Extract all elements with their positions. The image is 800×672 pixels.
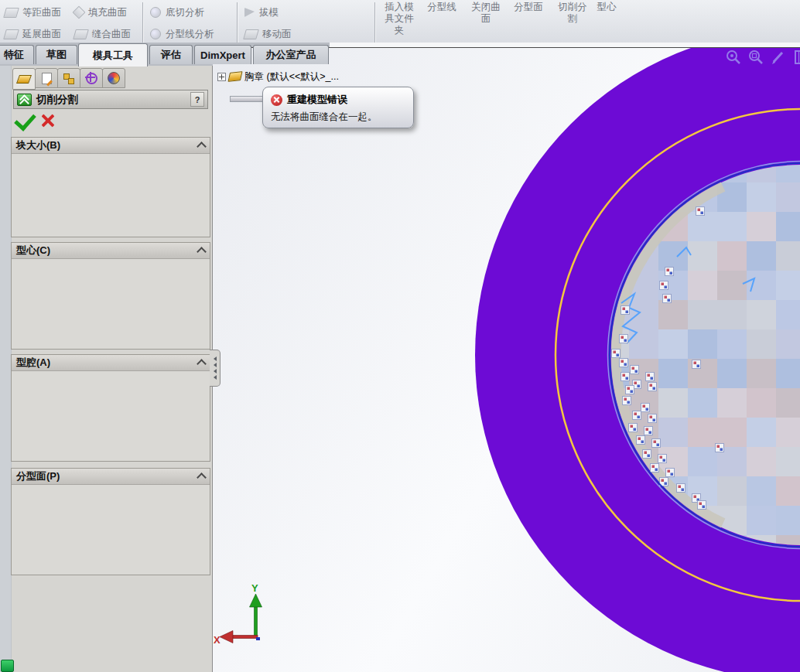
appearance-sphere-icon [108,72,120,84]
zoom-fit-icon[interactable] [726,49,741,65]
button-label: 具文件 [378,13,421,25]
error-marker[interactable] [658,455,667,463]
button-label: 移动面 [262,28,292,41]
bottom-left-green-icon[interactable] [1,660,14,672]
error-marker[interactable] [629,424,638,432]
tab-sketch[interactable]: 草图 [36,45,77,64]
button-label: 拔模 [259,6,279,19]
error-marker[interactable] [716,444,724,452]
mosaic-tile [747,506,776,535]
error-marker[interactable] [696,207,705,216]
propertymanager-title: 切削分割 [36,93,186,107]
button-label: 缝合曲面 [92,28,131,41]
feature-tree-root[interactable]: 胸章 (默认<<默认>_... [217,70,339,84]
error-marker[interactable] [644,427,653,435]
error-marker[interactable] [692,360,701,369]
mosaic-tile [717,300,747,329]
collapse-chevron-icon[interactable] [197,142,207,152]
parting-surfaces-button[interactable]: 分型面 [509,2,548,13]
configuration-manager-tab[interactable] [57,68,80,88]
core-header[interactable]: 型心(C) [12,243,210,259]
mosaic-tile [629,329,658,359]
offset-surface-button[interactable]: 等距曲面 [5,3,61,22]
featuremanager-tab[interactable] [35,68,58,88]
error-marker[interactable] [652,439,661,448]
error-marker[interactable] [666,469,675,477]
error-marker[interactable] [637,436,645,445]
collapse-chevron-icon[interactable] [197,359,207,369]
error-marker[interactable] [612,350,621,358]
pen-annotation-icon[interactable] [771,49,786,65]
block-size-header[interactable]: 块大小(B) [12,138,210,154]
parting-lines-button[interactable]: 分型线 [422,2,461,13]
target-icon [86,73,97,84]
draft-button[interactable]: 拔模 [244,3,279,22]
knit-surface-button[interactable]: 缝合曲面 [74,25,131,43]
parting-surface-header[interactable]: 分型面(P) [12,469,210,485]
tab-evaluate[interactable]: 评估 [149,45,193,64]
mosaic-tile [776,359,800,388]
error-marker[interactable] [626,386,634,394]
zoom-area-icon[interactable] [748,49,764,65]
shut-off-surfaces-button[interactable]: 关闭曲 面 [464,2,508,25]
button-label: 分型线分析 [166,28,214,41]
tab-features[interactable]: 特征 [0,45,34,64]
collapse-chevron-icon[interactable] [197,247,207,257]
model-view: Y X [213,48,800,672]
error-marker[interactable] [631,366,639,374]
error-marker[interactable] [633,411,641,420]
tab-label: 办公室产品 [266,48,316,62]
mosaic-tile [776,506,800,535]
ruled-surface-button[interactable]: 延展曲面 [5,25,61,43]
error-marker[interactable] [648,414,657,423]
error-marker[interactable] [620,359,628,367]
tab-mold-tools[interactable]: 模具工具 [78,43,148,67]
error-marker[interactable] [620,335,628,343]
axis-y-label: Y [251,582,258,594]
display-manager-tab[interactable] [102,68,125,88]
section-title: 型心(C) [16,244,198,258]
mosaic-tile [717,329,747,359]
error-marker[interactable] [665,268,674,276]
error-marker[interactable] [677,484,685,493]
panel-splitter-handle[interactable] [210,350,221,387]
error-marker[interactable] [646,373,655,381]
error-marker[interactable] [698,501,706,510]
undercut-analysis-button[interactable]: 底切分析 [150,3,204,22]
insert-mold-folder-button[interactable]: 插入模 具文件 夹 [378,2,421,36]
mosaic-tile [688,241,717,271]
button-label: 插入模 [378,2,421,13]
parting-line-analysis-button[interactable]: 分型线分析 [150,25,214,43]
error-marker[interactable] [651,464,659,472]
mosaic-tile [658,388,688,418]
error-marker[interactable] [621,373,630,381]
error-marker[interactable] [623,397,631,405]
tab-dimxpert[interactable]: DimXpert [194,45,251,64]
filled-surface-button[interactable]: 填充曲面 [74,3,127,22]
collapse-chevron-icon[interactable] [197,472,207,483]
move-face-button[interactable]: 移动面 [244,25,292,43]
error-marker[interactable] [648,383,657,391]
dimxpert-manager-tab[interactable] [80,68,103,88]
mosaic-tile [688,300,717,329]
propertymanager-tab[interactable] [12,68,36,90]
button-label: 等距曲面 [22,6,61,19]
expand-icon[interactable] [217,73,226,81]
mosaic-tile [776,329,800,359]
propertymanager-header: 切削分割 ? [13,90,208,109]
tooling-split-button[interactable]: 切削分 割 [551,2,594,25]
tab-office-products[interactable]: 办公室产品 [253,45,329,64]
cavity-header[interactable]: 型腔(A) [12,355,210,371]
error-marker[interactable] [643,450,651,459]
help-button[interactable]: ? [190,92,204,107]
section-view-icon[interactable] [793,49,800,65]
graphics-area[interactable]: Y X [213,47,800,672]
error-marker[interactable] [660,281,668,290]
error-marker[interactable] [641,404,650,412]
error-marker[interactable] [621,306,630,315]
error-marker[interactable] [663,295,672,303]
mosaic-tile [747,212,776,241]
cancel-button[interactable] [40,113,56,128]
core-button[interactable]: 型心 [591,2,622,13]
knit-surface-icon [73,29,89,39]
